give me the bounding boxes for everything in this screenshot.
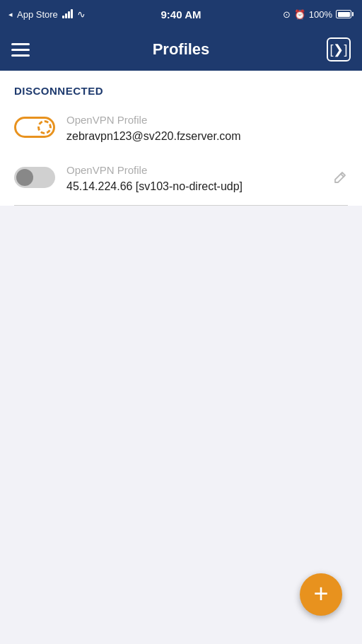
hamburger-line-3 (11, 54, 30, 57)
content-area: DISCONNECTED OpenVPN Profile zebravpn123… (0, 71, 362, 206)
page-title: Profiles (153, 40, 210, 59)
profile-1-info: OpenVPN Profile zebravpn123@sv220.fzserv… (66, 114, 348, 144)
status-right: ⊙ ⏰ 100% (283, 9, 354, 20)
profile-item: OpenVPN Profile zebravpn123@sv220.fzserv… (0, 104, 362, 154)
add-icon: + (313, 581, 328, 607)
signal-bars-icon (62, 10, 73, 18)
toggle-active[interactable] (14, 117, 55, 138)
nav-bar: Profiles [❯] (0, 28, 362, 71)
toggle-knob-active (37, 120, 52, 134)
toggle-knob-inactive (16, 169, 33, 186)
toggle-inactive[interactable] (14, 167, 55, 188)
hamburger-line-1 (11, 43, 30, 45)
profile-1-type: OpenVPN Profile (66, 114, 348, 126)
edit-profile-button[interactable] (332, 170, 348, 189)
menu-button[interactable] (11, 43, 30, 57)
profile-2-info: OpenVPN Profile 45.14.224.66 [sv103-no-d… (66, 164, 325, 194)
back-arrow-icon: ◂ (8, 10, 13, 19)
hamburger-line-2 (11, 49, 30, 51)
connection-status-label: DISCONNECTED (0, 71, 362, 104)
add-profile-button[interactable]: + (300, 573, 342, 616)
wifi-icon: ∿ (77, 8, 86, 20)
clock-icon: ⊙ (283, 9, 291, 20)
status-time: 9:40 AM (161, 8, 202, 21)
battery-icon (336, 10, 354, 18)
alarm-icon: ⏰ (294, 9, 305, 20)
profile-item: OpenVPN Profile 45.14.224.66 [sv103-no-d… (0, 154, 362, 204)
import-profile-button[interactable]: [❯] (327, 37, 351, 62)
carrier-label: App Store (17, 9, 58, 20)
profile-2-type: OpenVPN Profile (66, 164, 325, 176)
list-divider (14, 205, 348, 206)
profile-1-address: zebravpn123@sv220.fzserver.com (66, 129, 348, 144)
profile-2-address: 45.14.224.66 [sv103-no-direct-udp] (66, 179, 325, 194)
code-brackets-icon: [❯] (329, 42, 347, 57)
battery-percent-label: 100% (309, 9, 332, 20)
status-bar: ◂ App Store ∿ 9:40 AM ⊙ ⏰ 100% (0, 0, 362, 28)
status-left: ◂ App Store ∿ (8, 8, 86, 20)
